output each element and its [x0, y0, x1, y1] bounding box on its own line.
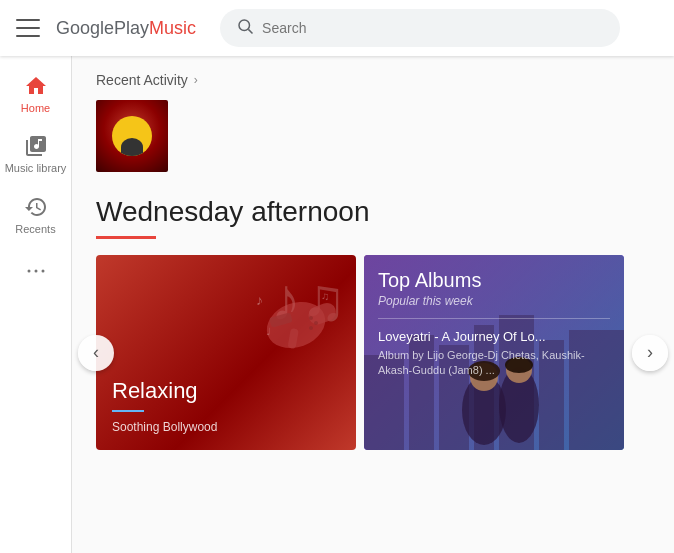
relaxing-underline — [112, 410, 144, 412]
afternoon-underline — [96, 236, 156, 239]
recent-thumb-art — [96, 100, 168, 172]
sidebar-item-music-library[interactable]: Music library — [0, 124, 71, 185]
app-logo: Google Play Music — [56, 18, 196, 39]
svg-point-9 — [309, 316, 313, 320]
svg-text:♫: ♫ — [321, 290, 329, 302]
albums-song-title: Loveyatri - A Journey Of Lo... — [378, 329, 610, 344]
albums-popular-label: Popular this week — [378, 294, 610, 308]
svg-point-11 — [309, 326, 313, 330]
cards-next-button[interactable]: › — [632, 335, 668, 371]
sidebar-music-library-label: Music library — [5, 162, 67, 175]
sidebar-item-recents[interactable]: Recents — [0, 185, 71, 245]
sidebar-home-label: Home — [21, 102, 50, 114]
recent-activity-thumb[interactable] — [96, 100, 168, 172]
music-library-icon — [24, 134, 48, 158]
svg-point-10 — [314, 321, 318, 325]
search-bar[interactable] — [220, 9, 620, 47]
recents-icon — [24, 195, 48, 219]
recent-activity-title[interactable]: Recent Activity › — [96, 72, 650, 88]
afternoon-section: Wednesday afternoon ‹ ♪♫ — [96, 196, 650, 450]
moon-face-art — [121, 138, 143, 156]
svg-text:♩: ♩ — [266, 326, 271, 337]
sidebar: Home Music library Recents — [0, 56, 72, 553]
relaxing-card-content: Relaxing Soothing Bollywood — [96, 362, 356, 450]
main-content: Recent Activity › Wednesday afternoon ‹ — [72, 56, 674, 553]
top-albums-content: Top Albums Popular this week Loveyatri -… — [364, 255, 624, 450]
logo-google: Google — [56, 18, 114, 39]
relaxing-card-title: Relaxing — [112, 378, 340, 404]
afternoon-title: Wednesday afternoon — [96, 196, 650, 228]
recent-activity-section: Recent Activity › — [96, 72, 650, 172]
relaxing-card[interactable]: ♪♫ — [96, 255, 356, 450]
recent-activity-label: Recent Activity — [96, 72, 188, 88]
cards-row: ‹ ♪♫ — [96, 255, 650, 450]
albums-title: Top Albums — [378, 269, 610, 292]
svg-point-3 — [34, 270, 37, 273]
svg-point-2 — [27, 270, 30, 273]
search-input[interactable] — [262, 20, 604, 36]
app-header: Google Play Music — [0, 0, 674, 56]
sidebar-recents-label: Recents — [15, 223, 55, 235]
app-body: Home Music library Recents — [0, 56, 674, 553]
logo-play: Play — [114, 18, 149, 39]
top-albums-card[interactable]: Top Albums Popular this week Loveyatri -… — [364, 255, 624, 450]
moon-art — [112, 116, 152, 156]
menu-button[interactable] — [16, 19, 40, 37]
svg-point-4 — [41, 270, 44, 273]
albums-divider — [378, 318, 610, 319]
hairdryer-art: ♪ ♫ ♩ — [251, 280, 341, 364]
recent-activity-chevron: › — [194, 73, 198, 87]
svg-line-1 — [248, 29, 252, 33]
relaxing-card-subtitle: Soothing Bollywood — [112, 420, 340, 434]
home-icon — [24, 74, 48, 98]
sidebar-item-home[interactable]: Home — [0, 64, 71, 124]
svg-text:♪: ♪ — [256, 292, 263, 308]
search-icon — [236, 17, 254, 39]
cards-prev-button[interactable]: ‹ — [78, 335, 114, 371]
cards-container: ♪♫ — [96, 255, 650, 450]
svg-point-0 — [239, 20, 250, 31]
albums-song-sub: Album by Lijo George-Dj Chetas, Kaushik-… — [378, 348, 610, 379]
sidebar-more-button[interactable] — [24, 245, 48, 297]
logo-music: Music — [149, 18, 196, 39]
